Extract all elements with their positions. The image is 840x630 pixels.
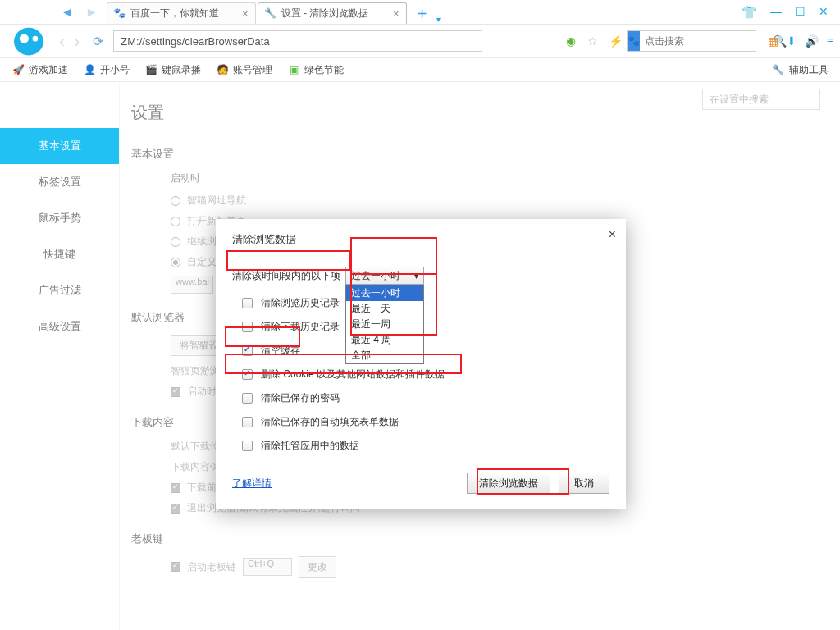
paw-icon: 🐾 — [114, 7, 126, 19]
bm-eco[interactable]: ▣绿色节能 — [287, 63, 344, 77]
chk-autofill[interactable]: 清除已保存的自动填充表单数据 — [242, 415, 609, 429]
chk-cookies[interactable]: 删除 Cookie 以及其他网站数据和插件数据 — [242, 368, 609, 381]
avatar-icon: 🧑 — [216, 63, 229, 76]
minimize-icon[interactable]: — — [770, 5, 782, 20]
clapper-icon: 🎬 — [144, 63, 158, 76]
bm-multi-account[interactable]: 👤开小号 — [83, 63, 130, 77]
bosskey-change-button[interactable]: 更改 — [299, 556, 336, 578]
chevron-down-icon[interactable]: ▾ — [436, 15, 441, 24]
menu-icon[interactable]: ≡ — [827, 34, 833, 48]
bm-account-mgr[interactable]: 🧑账号管理 — [216, 63, 272, 77]
url-input[interactable]: ZM://settings/clearBrowserData — [113, 30, 482, 52]
section-bosskey: 老板键 — [131, 532, 807, 546]
close-icon[interactable]: × — [242, 7, 249, 20]
sidebar-item-gestures[interactable]: 鼠标手势 — [0, 200, 119, 236]
refresh-icon[interactable]: ⟳ — [88, 34, 108, 49]
tab-strip: 🐾 百度一下，你就知道 × 🔧 设置 - 清除浏览数据 × + ▾ — [107, 1, 441, 24]
chk-passwords[interactable]: 清除已保存的密码 — [242, 391, 609, 405]
section-basic: 基本设置 — [131, 147, 807, 162]
window-controls: 👕 — ☐ ✕ — [742, 5, 837, 20]
tab-settings[interactable]: 🔧 设置 - 清除浏览数据 × — [258, 2, 407, 24]
sidebar-item-basic[interactable]: 基本设置 — [0, 128, 119, 164]
option-past-week[interactable]: 最近一周 — [346, 317, 423, 332]
leaf-icon: ▣ — [287, 63, 300, 76]
startup-opt1[interactable]: 智猫网址导航 — [171, 194, 807, 208]
browser-logo — [7, 25, 51, 57]
search-box[interactable]: 🐾 🔍 — [627, 30, 756, 52]
cancel-button[interactable]: 取消 — [559, 472, 609, 494]
startup-url-input[interactable]: www.bai — [171, 276, 213, 294]
tab-label: 设置 - 清除浏览数据 — [281, 7, 369, 21]
option-past-day[interactable]: 最近一天 — [346, 301, 423, 317]
clear-data-dialog: × 清除浏览数据 清除该时间段内的以下项 过去一小时 ▾ 过去一小时 最近一天 … — [216, 219, 626, 509]
chevron-down-icon: ▾ — [414, 272, 418, 281]
bm-record[interactable]: 🎬键鼠录播 — [144, 63, 201, 77]
dialog-prompt: 清除该时间段内的以下项 — [232, 269, 340, 283]
settings-sidebar: 基本设置 标签设置 鼠标手势 快捷键 广告过滤 高级设置 — [0, 82, 120, 630]
new-tab-button[interactable]: + — [413, 6, 431, 24]
user-icon: 👤 — [83, 63, 96, 76]
option-past-hour[interactable]: 过去一小时 — [346, 285, 423, 301]
bolt-icon[interactable]: ⚡ — [609, 34, 622, 48]
maximize-icon[interactable]: ☐ — [795, 5, 806, 20]
dialog-title: 清除浏览数据 — [232, 232, 609, 247]
settings-search-input[interactable]: 在设置中搜索 — [702, 89, 820, 110]
close-icon[interactable]: × — [609, 227, 616, 242]
chk-browse-history[interactable]: 清除浏览历史记录 — [242, 296, 609, 310]
history-back-icon[interactable]: ◄ — [57, 5, 77, 20]
option-all[interactable]: 全部 — [346, 348, 423, 363]
tab-baidu[interactable]: 🐾 百度一下，你就知道 × — [107, 2, 256, 24]
nav-back-icon[interactable]: ‹ — [56, 32, 68, 51]
wechat-icon[interactable]: ◉ — [566, 34, 579, 48]
option-past-4weeks[interactable]: 最近 4 周 — [346, 332, 423, 348]
search-provider-icon[interactable]: 🐾 — [628, 31, 640, 51]
tab-label: 百度一下，你就知道 — [130, 7, 219, 21]
close-window-icon[interactable]: ✕ — [819, 5, 829, 20]
sidebar-item-adblock[interactable]: 广告过滤 — [0, 272, 119, 308]
sidebar-item-advanced[interactable]: 高级设置 — [0, 308, 119, 345]
wrench-icon: 🔧 — [772, 64, 784, 75]
titlebar: ◄ ► 🐾 百度一下，你就知道 × 🔧 设置 - 清除浏览数据 × + ▾ 👕 … — [0, 0, 840, 25]
history-fwd-icon[interactable]: ► — [82, 5, 102, 20]
nav-fwd-icon[interactable]: › — [71, 32, 84, 51]
bm-game-boost[interactable]: 🚀游戏加速 — [11, 63, 68, 77]
bosskey-input[interactable]: Ctrl+Q — [243, 558, 292, 576]
sidebar-item-shortcuts[interactable]: 快捷键 — [0, 236, 119, 272]
sidebar-item-tabs[interactable]: 标签设置 — [0, 164, 119, 200]
time-range-select[interactable]: 过去一小时 ▾ — [345, 267, 424, 285]
startup-title: 启动时 — [171, 171, 807, 185]
time-range-dropdown: 过去一小时 最近一天 最近一周 最近 4 周 全部 — [345, 285, 424, 364]
chk-hosted-apps[interactable]: 清除托管应用中的数据 — [242, 439, 609, 453]
chk-cache[interactable]: 清空缓存 — [242, 344, 609, 358]
rocket-icon: 🚀 — [11, 63, 25, 76]
skin-icon[interactable]: 👕 — [742, 5, 757, 20]
aux-tools[interactable]: 🔧辅助工具 — [772, 63, 829, 77]
wrench-icon: 🔧 — [265, 7, 276, 19]
clear-button[interactable]: 清除浏览数据 — [467, 472, 550, 494]
bosskey-checkbox[interactable]: 启动老板键 Ctrl+Q 更改 — [171, 556, 807, 578]
address-bar: ‹ › ⟳ ZM://settings/clearBrowserData ◉ ☆… — [0, 25, 840, 57]
download-icon[interactable]: ⬇ — [787, 34, 797, 48]
apps-icon[interactable]: ▦ — [768, 34, 778, 48]
close-icon[interactable]: × — [393, 7, 399, 20]
learn-more-link[interactable]: 了解详情 — [232, 477, 272, 491]
search-input[interactable] — [640, 35, 773, 47]
star-icon[interactable]: ☆ — [587, 34, 600, 48]
volume-icon[interactable]: 🔊 — [805, 34, 819, 48]
bookmark-bar: 🚀游戏加速 👤开小号 🎬键鼠录播 🧑账号管理 ▣绿色节能 🔧辅助工具 — [0, 57, 840, 82]
chk-download-history[interactable]: 清除下载历史记录 — [242, 320, 609, 334]
